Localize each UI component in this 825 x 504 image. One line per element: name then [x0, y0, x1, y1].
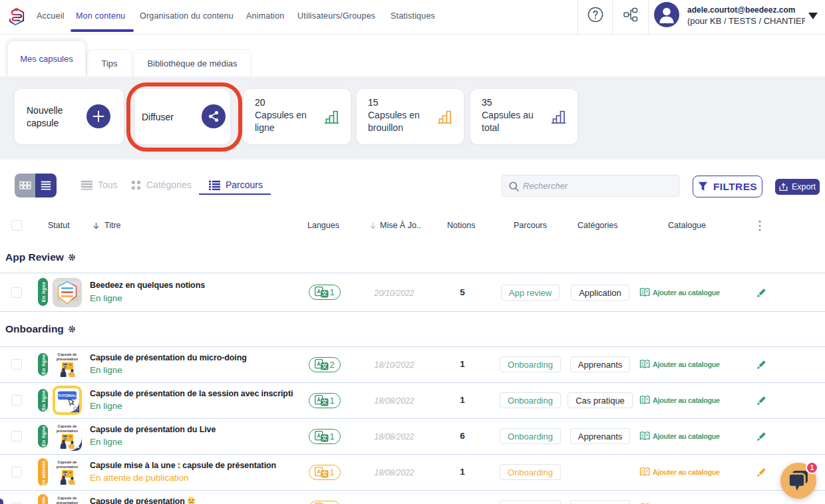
- svg-text:Capsule de: Capsule de: [58, 496, 77, 500]
- svg-text:Capsule de: Capsule de: [58, 424, 77, 428]
- svg-text:TUTORIAL: TUTORIAL: [58, 394, 77, 398]
- svg-text:présentation: présentation: [57, 357, 78, 361]
- svg-text:Capsule de: Capsule de: [58, 460, 77, 464]
- svg-text:présentation: présentation: [57, 465, 78, 469]
- svg-text:présentation: présentation: [57, 429, 78, 433]
- svg-text:présentation: présentation: [57, 501, 78, 504]
- svg-text:Capsule de: Capsule de: [58, 352, 77, 356]
